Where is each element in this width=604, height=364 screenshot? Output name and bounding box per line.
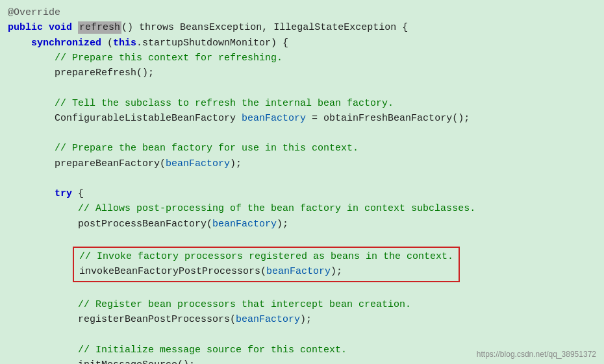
line-3: synchronized (this.startupShutdownMonito… [8, 36, 596, 51]
line-blank-5 [8, 282, 596, 297]
line-2: public void refresh() throws BeansExcept… [8, 20, 596, 35]
line-13: try { [8, 186, 596, 201]
code-container: @Override public void refresh() throws B… [0, 0, 604, 364]
comment-20: // Register bean processors that interce… [78, 299, 411, 310]
kw-try: try [55, 188, 72, 199]
watermark: https://blog.csdn.net/qq_38951372 [477, 350, 596, 359]
line-5: prepareRefresh(); [8, 66, 596, 80]
line-4: // Prepare this context for refreshing. [8, 51, 596, 66]
line-21: registerBeanPostProcessors(beanFactory); [8, 312, 596, 327]
throws-keyword: throws [139, 22, 174, 33]
comment-4: // Prepare this context for refreshing. [55, 53, 283, 64]
line-14: // Allows post-processing of the bean fa… [8, 201, 596, 216]
line-17: // Invoke factory processors registered … [79, 249, 453, 264]
param-beanFactory-11: beanFactory [166, 158, 230, 169]
line-blank-4 [8, 232, 596, 247]
param-beanFactory-15: beanFactory [212, 219, 277, 230]
line-20: // Register bean processors that interce… [8, 297, 596, 312]
comment-23: // Initialize message source for this co… [78, 345, 347, 356]
param-beanFactory-18: beanFactory [266, 266, 331, 277]
method-refresh: refresh [78, 21, 121, 34]
comment-10: // Prepare the bean factory for use in t… [55, 143, 359, 154]
line-8: ConfigurableListableBeanFactory beanFact… [8, 111, 596, 126]
param-beanFactory-8: beanFactory [242, 113, 306, 124]
line-7: // Tell the subclass to refresh the inte… [8, 96, 596, 111]
comment-7: // Tell the subclass to refresh the inte… [55, 98, 394, 109]
kw-void: void [49, 22, 72, 33]
line-15: postProcessBeanFactory(beanFactory); [8, 217, 596, 232]
kw-synchronized: synchronized [31, 38, 101, 49]
kw-public: public [8, 22, 43, 33]
annotation: @Override [8, 7, 60, 18]
param-beanFactory-21: beanFactory [236, 314, 300, 325]
line-10: // Prepare the bean factory for use in t… [8, 141, 596, 156]
line-blank-6 [8, 327, 596, 342]
comment-17: // Invoke factory processors registered … [79, 251, 453, 262]
boxed-region: // Invoke factory processors registered … [73, 247, 460, 282]
line-blank-1 [8, 80, 596, 95]
comment-14: // Allows post-processing of the bean fa… [78, 203, 475, 214]
this-keyword: this [113, 38, 136, 49]
line-18: invokeBeanFactoryPostProcessors(beanFact… [79, 264, 453, 279]
line-1: @Override [8, 5, 596, 20]
line-11: prepareBeanFactory(beanFactory); [8, 156, 596, 171]
line-blank-2 [8, 126, 596, 141]
line-blank-3 [8, 171, 596, 186]
